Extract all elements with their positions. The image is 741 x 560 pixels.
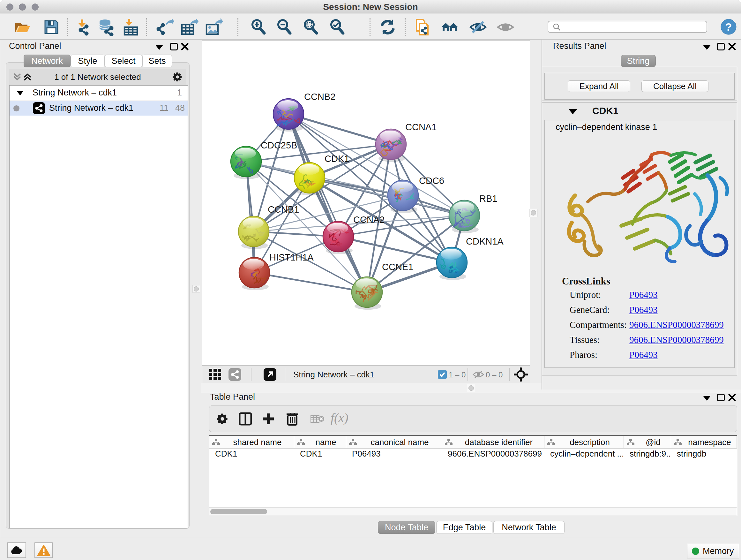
svg-text:CCNA1: CCNA1 (405, 122, 436, 132)
svg-text:CDK1: CDK1 (325, 153, 349, 164)
svg-text:CCNA2: CCNA2 (353, 214, 385, 225)
svg-text:CCNB1: CCNB1 (268, 204, 299, 214)
svg-text:?: ? (725, 21, 732, 33)
svg-text:CDKN1A: CDKN1A (466, 236, 503, 246)
svg-text:CDC6: CDC6 (419, 176, 444, 186)
svg-text:HIST1H1A: HIST1H1A (269, 252, 314, 262)
svg-text:CDC25B: CDC25B (261, 140, 297, 150)
svg-text:CCNE1: CCNE1 (382, 262, 413, 272)
svg-text:RB1: RB1 (479, 193, 497, 204)
svg-text:CCNB2: CCNB2 (304, 91, 335, 102)
